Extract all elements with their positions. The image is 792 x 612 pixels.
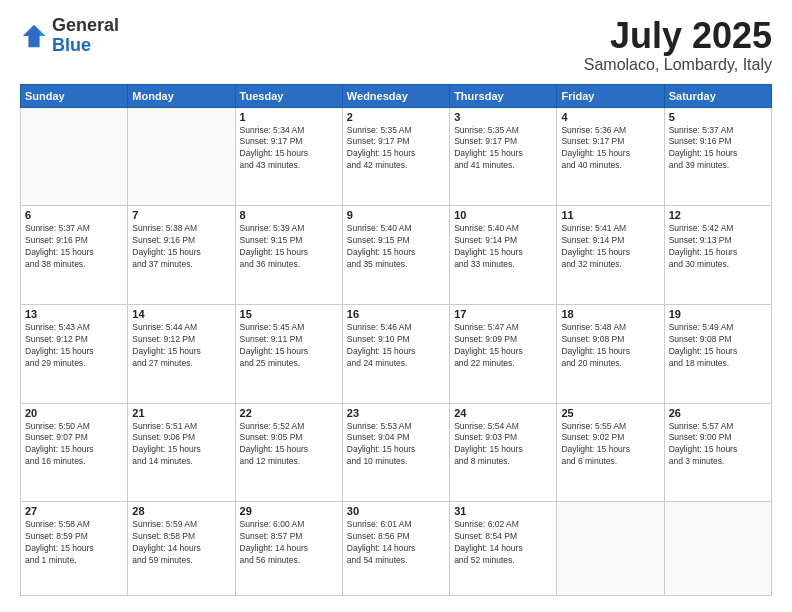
day-info: Sunrise: 5:35 AM Sunset: 9:17 PM Dayligh… bbox=[454, 125, 552, 173]
day-info: Sunrise: 5:45 AM Sunset: 9:11 PM Dayligh… bbox=[240, 322, 338, 370]
calendar-header-row: Sunday Monday Tuesday Wednesday Thursday… bbox=[21, 84, 772, 107]
day-number: 3 bbox=[454, 111, 552, 123]
table-row: 8Sunrise: 5:39 AM Sunset: 9:15 PM Daylig… bbox=[235, 206, 342, 305]
day-number: 31 bbox=[454, 505, 552, 517]
header: General Blue July 2025 Samolaco, Lombard… bbox=[20, 16, 772, 74]
day-info: Sunrise: 5:46 AM Sunset: 9:10 PM Dayligh… bbox=[347, 322, 445, 370]
table-row: 13Sunrise: 5:43 AM Sunset: 9:12 PM Dayli… bbox=[21, 304, 128, 403]
page: General Blue July 2025 Samolaco, Lombard… bbox=[0, 0, 792, 612]
day-number: 29 bbox=[240, 505, 338, 517]
table-row: 9Sunrise: 5:40 AM Sunset: 9:15 PM Daylig… bbox=[342, 206, 449, 305]
day-info: Sunrise: 5:34 AM Sunset: 9:17 PM Dayligh… bbox=[240, 125, 338, 173]
day-number: 22 bbox=[240, 407, 338, 419]
day-info: Sunrise: 5:57 AM Sunset: 9:00 PM Dayligh… bbox=[669, 421, 767, 469]
month-title: July 2025 bbox=[584, 16, 772, 56]
day-info: Sunrise: 5:55 AM Sunset: 9:02 PM Dayligh… bbox=[561, 421, 659, 469]
day-info: Sunrise: 5:37 AM Sunset: 9:16 PM Dayligh… bbox=[669, 125, 767, 173]
table-row: 15Sunrise: 5:45 AM Sunset: 9:11 PM Dayli… bbox=[235, 304, 342, 403]
day-number: 4 bbox=[561, 111, 659, 123]
day-info: Sunrise: 5:48 AM Sunset: 9:08 PM Dayligh… bbox=[561, 322, 659, 370]
table-row: 25Sunrise: 5:55 AM Sunset: 9:02 PM Dayli… bbox=[557, 403, 664, 502]
table-row bbox=[557, 502, 664, 596]
table-row: 12Sunrise: 5:42 AM Sunset: 9:13 PM Dayli… bbox=[664, 206, 771, 305]
table-row: 23Sunrise: 5:53 AM Sunset: 9:04 PM Dayli… bbox=[342, 403, 449, 502]
day-info: Sunrise: 5:38 AM Sunset: 9:16 PM Dayligh… bbox=[132, 223, 230, 271]
title-block: July 2025 Samolaco, Lombardy, Italy bbox=[584, 16, 772, 74]
col-saturday: Saturday bbox=[664, 84, 771, 107]
day-number: 7 bbox=[132, 209, 230, 221]
table-row: 27Sunrise: 5:58 AM Sunset: 8:59 PM Dayli… bbox=[21, 502, 128, 596]
day-info: Sunrise: 5:59 AM Sunset: 8:58 PM Dayligh… bbox=[132, 519, 230, 567]
table-row: 2Sunrise: 5:35 AM Sunset: 9:17 PM Daylig… bbox=[342, 107, 449, 206]
day-info: Sunrise: 6:02 AM Sunset: 8:54 PM Dayligh… bbox=[454, 519, 552, 567]
day-info: Sunrise: 5:49 AM Sunset: 9:08 PM Dayligh… bbox=[669, 322, 767, 370]
day-number: 13 bbox=[25, 308, 123, 320]
table-row: 16Sunrise: 5:46 AM Sunset: 9:10 PM Dayli… bbox=[342, 304, 449, 403]
day-info: Sunrise: 5:51 AM Sunset: 9:06 PM Dayligh… bbox=[132, 421, 230, 469]
table-row: 19Sunrise: 5:49 AM Sunset: 9:08 PM Dayli… bbox=[664, 304, 771, 403]
day-number: 19 bbox=[669, 308, 767, 320]
day-number: 28 bbox=[132, 505, 230, 517]
table-row: 6Sunrise: 5:37 AM Sunset: 9:16 PM Daylig… bbox=[21, 206, 128, 305]
day-number: 27 bbox=[25, 505, 123, 517]
table-row: 11Sunrise: 5:41 AM Sunset: 9:14 PM Dayli… bbox=[557, 206, 664, 305]
day-number: 17 bbox=[454, 308, 552, 320]
table-row bbox=[128, 107, 235, 206]
day-number: 25 bbox=[561, 407, 659, 419]
day-number: 11 bbox=[561, 209, 659, 221]
day-number: 21 bbox=[132, 407, 230, 419]
day-info: Sunrise: 5:50 AM Sunset: 9:07 PM Dayligh… bbox=[25, 421, 123, 469]
table-row: 7Sunrise: 5:38 AM Sunset: 9:16 PM Daylig… bbox=[128, 206, 235, 305]
table-row: 30Sunrise: 6:01 AM Sunset: 8:56 PM Dayli… bbox=[342, 502, 449, 596]
table-row: 18Sunrise: 5:48 AM Sunset: 9:08 PM Dayli… bbox=[557, 304, 664, 403]
day-number: 24 bbox=[454, 407, 552, 419]
day-info: Sunrise: 5:53 AM Sunset: 9:04 PM Dayligh… bbox=[347, 421, 445, 469]
day-info: Sunrise: 5:44 AM Sunset: 9:12 PM Dayligh… bbox=[132, 322, 230, 370]
day-number: 16 bbox=[347, 308, 445, 320]
day-info: Sunrise: 5:40 AM Sunset: 9:15 PM Dayligh… bbox=[347, 223, 445, 271]
day-info: Sunrise: 6:01 AM Sunset: 8:56 PM Dayligh… bbox=[347, 519, 445, 567]
table-row: 26Sunrise: 5:57 AM Sunset: 9:00 PM Dayli… bbox=[664, 403, 771, 502]
location-title: Samolaco, Lombardy, Italy bbox=[584, 56, 772, 74]
day-number: 10 bbox=[454, 209, 552, 221]
table-row: 31Sunrise: 6:02 AM Sunset: 8:54 PM Dayli… bbox=[450, 502, 557, 596]
col-thursday: Thursday bbox=[450, 84, 557, 107]
table-row: 14Sunrise: 5:44 AM Sunset: 9:12 PM Dayli… bbox=[128, 304, 235, 403]
day-number: 15 bbox=[240, 308, 338, 320]
day-info: Sunrise: 5:58 AM Sunset: 8:59 PM Dayligh… bbox=[25, 519, 123, 567]
day-number: 2 bbox=[347, 111, 445, 123]
calendar-table: Sunday Monday Tuesday Wednesday Thursday… bbox=[20, 84, 772, 596]
table-row: 17Sunrise: 5:47 AM Sunset: 9:09 PM Dayli… bbox=[450, 304, 557, 403]
col-wednesday: Wednesday bbox=[342, 84, 449, 107]
day-number: 26 bbox=[669, 407, 767, 419]
table-row: 22Sunrise: 5:52 AM Sunset: 9:05 PM Dayli… bbox=[235, 403, 342, 502]
day-info: Sunrise: 5:52 AM Sunset: 9:05 PM Dayligh… bbox=[240, 421, 338, 469]
day-number: 9 bbox=[347, 209, 445, 221]
day-number: 12 bbox=[669, 209, 767, 221]
col-sunday: Sunday bbox=[21, 84, 128, 107]
col-monday: Monday bbox=[128, 84, 235, 107]
table-row: 29Sunrise: 6:00 AM Sunset: 8:57 PM Dayli… bbox=[235, 502, 342, 596]
day-info: Sunrise: 5:36 AM Sunset: 9:17 PM Dayligh… bbox=[561, 125, 659, 173]
day-number: 20 bbox=[25, 407, 123, 419]
svg-marker-1 bbox=[40, 30, 46, 36]
day-info: Sunrise: 5:47 AM Sunset: 9:09 PM Dayligh… bbox=[454, 322, 552, 370]
table-row: 4Sunrise: 5:36 AM Sunset: 9:17 PM Daylig… bbox=[557, 107, 664, 206]
day-number: 30 bbox=[347, 505, 445, 517]
table-row bbox=[664, 502, 771, 596]
day-info: Sunrise: 5:39 AM Sunset: 9:15 PM Dayligh… bbox=[240, 223, 338, 271]
table-row bbox=[21, 107, 128, 206]
table-row: 10Sunrise: 5:40 AM Sunset: 9:14 PM Dayli… bbox=[450, 206, 557, 305]
day-info: Sunrise: 5:40 AM Sunset: 9:14 PM Dayligh… bbox=[454, 223, 552, 271]
logo-text: General Blue bbox=[52, 16, 119, 56]
table-row: 5Sunrise: 5:37 AM Sunset: 9:16 PM Daylig… bbox=[664, 107, 771, 206]
day-number: 5 bbox=[669, 111, 767, 123]
day-number: 18 bbox=[561, 308, 659, 320]
table-row: 28Sunrise: 5:59 AM Sunset: 8:58 PM Dayli… bbox=[128, 502, 235, 596]
logo: General Blue bbox=[20, 16, 119, 56]
day-number: 14 bbox=[132, 308, 230, 320]
day-number: 6 bbox=[25, 209, 123, 221]
table-row: 20Sunrise: 5:50 AM Sunset: 9:07 PM Dayli… bbox=[21, 403, 128, 502]
day-info: Sunrise: 5:54 AM Sunset: 9:03 PM Dayligh… bbox=[454, 421, 552, 469]
day-number: 8 bbox=[240, 209, 338, 221]
